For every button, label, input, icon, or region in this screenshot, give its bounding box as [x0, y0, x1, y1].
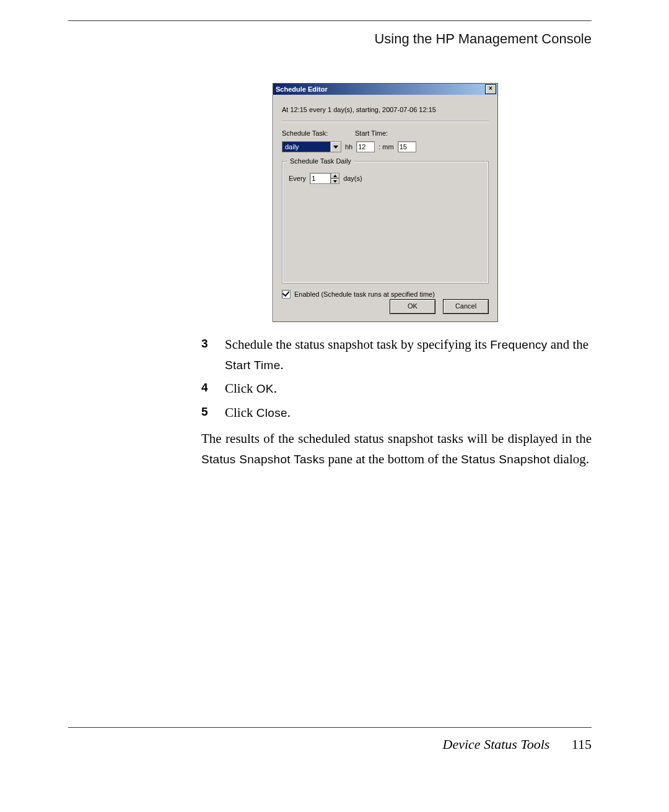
step-4: 4 Click OK.	[201, 378, 592, 399]
ui-term-tasks-pane: Status Snapshot Tasks	[201, 453, 325, 466]
enabled-label: Enabled (Schedule task runs at specified…	[294, 290, 435, 298]
schedule-summary: At 12:15 every 1 day(s), starting, 2007-…	[282, 106, 489, 113]
titlebar: Schedule Editor ×	[273, 84, 497, 95]
text: .	[274, 381, 277, 396]
schedule-task-label: Schedule Task:	[282, 128, 341, 139]
divider	[282, 121, 489, 121]
schedule-task-combo[interactable]: daily	[282, 141, 341, 152]
spinner-up-icon[interactable]	[331, 173, 339, 178]
text: Click	[225, 405, 256, 420]
groupbox-title: Schedule Task Daily	[287, 157, 354, 165]
every-value[interactable]: 1	[310, 173, 331, 184]
days-label: day(s)	[343, 173, 362, 184]
start-time-label: Start Time:	[355, 128, 388, 139]
text: pane at the bottom of the	[325, 452, 461, 466]
ui-term-close: Close	[256, 406, 287, 419]
ui-term-start-time: Start Time	[225, 359, 281, 372]
text: The results of the scheduled status snap…	[201, 431, 592, 446]
body-text: 3 Schedule the status snapshot task by s…	[201, 334, 592, 469]
ui-term-status-snapshot: Status Snap­shot	[461, 453, 550, 466]
text: dialog.	[550, 452, 589, 466]
ui-term-frequency: Frequency	[490, 338, 547, 351]
every-spinner[interactable]: 1	[310, 173, 339, 184]
step-5: 5 Click Close.	[201, 403, 592, 423]
schedule-editor-dialog: Schedule Editor × At 12:15 every 1 day(s…	[273, 83, 498, 322]
enabled-checkbox[interactable]	[282, 290, 291, 299]
text: and the	[548, 337, 588, 352]
ui-term-ok: OK	[256, 382, 274, 395]
text: .	[281, 357, 284, 372]
mm-label: : mm	[378, 141, 393, 152]
cancel-button[interactable]: Cancel	[443, 299, 489, 314]
schedule-task-value: daily	[282, 141, 330, 152]
close-icon[interactable]: ×	[485, 84, 496, 94]
hh-label: hh	[345, 141, 352, 152]
hour-input[interactable]: 12	[356, 141, 375, 152]
schedule-task-daily-group: Schedule Task Daily Every 1 day(s)	[282, 161, 489, 284]
every-label: Every	[289, 173, 306, 184]
step-number: 3	[201, 334, 225, 375]
text: .	[287, 405, 291, 420]
text: Schedule the status snapshot task by spe…	[225, 337, 490, 352]
bottom-rule	[68, 727, 592, 728]
footer-section-title: Device Status Tools	[443, 736, 550, 752]
text: Click	[225, 381, 256, 396]
page-footer: Device Status Tools 115	[443, 736, 592, 753]
chevron-down-icon[interactable]	[330, 141, 341, 152]
step-number: 5	[201, 403, 225, 423]
top-rule	[68, 20, 592, 21]
page-number: 115	[572, 736, 592, 752]
running-head: Using the HP Management Console	[374, 31, 592, 47]
step-3: 3 Schedule the status snapshot task by s…	[201, 334, 592, 375]
spinner-down-icon[interactable]	[331, 178, 339, 184]
step-number: 4	[201, 378, 225, 399]
dialog-title: Schedule Editor	[276, 85, 485, 93]
result-paragraph: The results of the scheduled status snap…	[201, 429, 592, 469]
ok-button[interactable]: OK	[390, 299, 435, 314]
minute-input[interactable]: 15	[398, 141, 416, 152]
